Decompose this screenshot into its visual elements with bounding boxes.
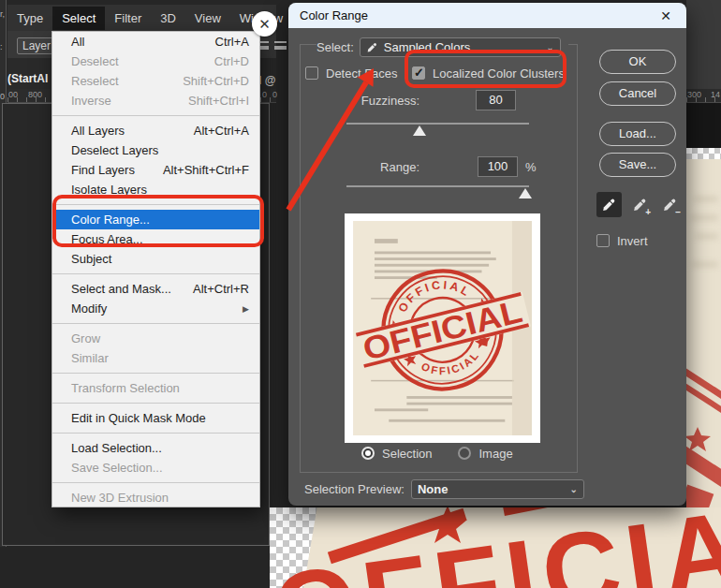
menu-item-label: Modify [71, 301, 243, 316]
menu-item-shortcut: Shift+Ctrl+D [183, 74, 249, 88]
menubar-item-filter[interactable]: Filter [105, 7, 151, 30]
eyedropper-tool[interactable] [596, 192, 622, 217]
menu-bar: Type Select Filter 3D View Window Help [7, 5, 276, 31]
layer-dropdown[interactable]: Layer [17, 37, 54, 54]
menu-item-edit-in-quick-mask-mode[interactable]: Edit in Quick Mask Mode [52, 408, 259, 428]
chevron-down-icon: ⌄ [570, 484, 578, 494]
menu-item-new-3d-extrusion[interactable]: New 3D Extrusion [52, 488, 259, 507]
submenu-arrow-icon: ▶ [243, 304, 249, 314]
menu-item-shortcut: Shift+Ctrl+I [188, 94, 249, 108]
menu-item-all-layers[interactable]: All LayersAlt+Ctrl+A [52, 121, 259, 140]
menu-item-label: Inverse [71, 94, 177, 108]
selection-radio[interactable] [361, 447, 375, 460]
menu-item-label: Find Layers [71, 163, 152, 177]
menu-item-shortcut: Alt+Shift+Ctrl+F [163, 163, 249, 177]
preview-mode-radios: Selection Image [361, 445, 539, 462]
dialog-title: Color Range [300, 8, 656, 22]
invert-checkbox[interactable] [596, 234, 610, 247]
fuzziness-slider-track[interactable] [346, 123, 529, 125]
right-chrome-strip [686, 0, 721, 89]
detect-faces-option[interactable]: Detect Faces [305, 65, 398, 81]
ok-button[interactable]: OK [599, 50, 676, 74]
eyedropper-minus-tool[interactable]: − [657, 192, 683, 217]
selection-radio-label: Selection [382, 447, 432, 461]
menu-item-shortcut: Alt+Ctrl+A [194, 124, 249, 138]
menu-item-transform-selection[interactable]: Transform Selection [52, 378, 259, 398]
close-icon: ✕ [258, 16, 271, 33]
menu-item-label: Save Selection... [71, 461, 249, 475]
menu-item-find-layers[interactable]: Find LayersAlt+Shift+Ctrl+F [52, 160, 259, 180]
range-slider-track[interactable] [346, 185, 529, 187]
menu-item-shortcut: Ctrl+A [215, 35, 249, 49]
menu-item-select-and-mask[interactable]: Select and Mask...Alt+Ctrl+R [52, 279, 259, 299]
select-dropdown[interactable]: Sampled Colors ⌄ [360, 37, 561, 57]
menu-item-modify[interactable]: Modify▶ [52, 299, 259, 318]
menubar-item-select[interactable]: Select [52, 7, 105, 30]
menu-item-label: Subject [71, 252, 249, 266]
stamp-band-text: OFFICIAL [270, 507, 721, 588]
menu-item-label: Isolate Layers [71, 183, 249, 197]
localized-color-clusters-option[interactable]: Localized Color Clusters [412, 65, 565, 81]
ruler-ticks [686, 97, 721, 102]
menubar-item-type[interactable]: Type [7, 7, 52, 30]
canvas-zoomed-document: OFFICIAL [270, 507, 721, 588]
menu-item-reselect[interactable]: ReselectShift+Ctrl+D [52, 71, 259, 91]
menu-separator [52, 323, 259, 324]
eyedropper-plus-tool[interactable]: + [627, 192, 653, 217]
menubar-item-3d[interactable]: 3D [151, 7, 185, 30]
document-tab-title[interactable]: (StartAI [7, 72, 48, 85]
image-radio[interactable] [458, 447, 471, 460]
menu-item-inverse[interactable]: InverseShift+Ctrl+I [52, 91, 259, 110]
detect-faces-checkbox[interactable] [305, 66, 318, 80]
align-icon[interactable] [274, 41, 287, 50]
invert-option[interactable]: Invert [596, 232, 648, 249]
fuzziness-slider-thumb[interactable] [413, 125, 426, 136]
selection-preview-dropdown[interactable]: None ⌄ [411, 479, 584, 499]
menu-item-deselect-layers[interactable]: Deselect Layers [52, 140, 259, 160]
image-radio-label: Image [478, 447, 512, 461]
menu-item-isolate-layers[interactable]: Isolate Layers [52, 180, 259, 199]
menu-item-label: Deselect [71, 54, 203, 68]
menu-separator [52, 482, 259, 483]
menu-item-deselect[interactable]: DeselectCtrl+D [52, 51, 259, 71]
menu-item-label: Similar [71, 351, 249, 365]
range-label: Range: [340, 160, 419, 174]
menu-item-label: Grow [71, 331, 249, 345]
selection-preview-label: Selection Preview: [304, 482, 405, 496]
sliver-fragment: 0 [0, 92, 5, 101]
color-range-dialog: Color Range ✕ Select: Sampled Colors ⌄ D… [288, 3, 686, 506]
load-button[interactable]: Load... [599, 122, 676, 146]
menu-item-grow[interactable]: Grow [52, 329, 259, 348]
close-icon[interactable]: ✕ [656, 8, 675, 23]
stamp-fragment-right [686, 159, 721, 507]
annotation-close-badge[interactable]: ✕ [252, 11, 277, 37]
select-menu-dropdown: AllCtrl+ADeselectCtrl+DReselectShift+Ctr… [52, 31, 260, 507]
selection-preview-thumbnail[interactable]: OFFICIAL OFFICIAL [345, 213, 540, 443]
localized-color-clusters-checkbox[interactable] [412, 66, 425, 80]
document-photo-strip [686, 159, 721, 507]
menu-item-color-range[interactable]: Color Range... [52, 210, 259, 229]
save-button[interactable]: Save... [599, 153, 676, 177]
eyedropper-icon [366, 41, 378, 53]
menu-item-focus-area[interactable]: Focus Area... [52, 229, 259, 249]
fuzziness-input[interactable]: 80 [476, 90, 516, 110]
menu-item-shortcut: Alt+Ctrl+R [193, 282, 249, 296]
stamp-preview-image: OFFICIAL OFFICIAL [352, 221, 533, 435]
menu-item-subject[interactable]: Subject [52, 249, 259, 269]
sliver-fragment: r, [0, 9, 5, 19]
menu-item-similar[interactable]: Similar [52, 348, 259, 368]
menu-item-label: Color Range... [71, 213, 249, 227]
menubar-item-view[interactable]: View [185, 7, 230, 30]
menu-item-label: Focus Area... [71, 232, 249, 246]
menu-item-save-selection[interactable]: Save Selection... [52, 458, 259, 478]
horizontal-ruler-right: 300 14 [686, 89, 721, 103]
range-input[interactable]: 100 [478, 156, 518, 177]
menu-item-load-selection[interactable]: Load Selection... [52, 438, 259, 458]
range-unit: % [525, 160, 537, 174]
menu-item-label: Edit in Quick Mask Mode [71, 411, 249, 425]
workspace-background [0, 547, 272, 588]
dialog-titlebar[interactable]: Color Range ✕ [288, 3, 686, 28]
range-slider-thumb[interactable] [519, 188, 532, 198]
menu-item-all[interactable]: AllCtrl+A [52, 32, 259, 51]
cancel-button[interactable]: Cancel [599, 81, 676, 106]
